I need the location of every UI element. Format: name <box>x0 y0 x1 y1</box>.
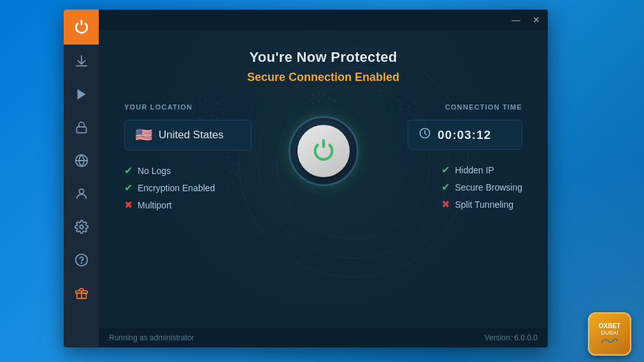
sidebar-item-user[interactable] <box>64 177 99 210</box>
svg-rect-31 <box>380 94 382 96</box>
location-box[interactable]: 🇺🇸 United States <box>124 120 252 150</box>
feature-encryption: ✔ Encryption Enabled <box>124 182 252 194</box>
sidebar-item-settings[interactable] <box>64 210 99 243</box>
svg-rect-32 <box>389 97 390 99</box>
sidebar-item-power[interactable] <box>64 10 99 45</box>
sidebar <box>64 10 99 347</box>
oxbet-line1: OXBET <box>599 322 620 329</box>
app-window: — ✕ <box>64 10 548 347</box>
svg-rect-11 <box>204 100 206 102</box>
connection-status: Secure Connection Enabled <box>247 71 399 84</box>
check-icon-hidden-ip: ✔ <box>441 164 450 176</box>
title-bar: — ✕ <box>99 10 548 30</box>
feature-hidden-ip: ✔ Hidden IP <box>441 164 522 176</box>
svg-rect-1 <box>76 127 86 133</box>
svg-rect-23 <box>312 94 314 96</box>
sidebar-item-play[interactable] <box>64 78 99 111</box>
status-right: Version: 6.0.0.0 <box>485 333 538 342</box>
svg-marker-0 <box>77 89 85 100</box>
cross-icon-split-tunneling: ✖ <box>441 198 450 210</box>
timer-icon <box>419 127 431 143</box>
svg-rect-24 <box>318 92 320 94</box>
power-ring[interactable] <box>289 116 359 186</box>
feature-label-secure-browsing: Secure Browsing <box>455 182 522 192</box>
status-left: Running as administrator <box>109 333 194 342</box>
features-left: ✔ No Logs ✔ Encryption Enabled ✖ Multipo… <box>124 164 252 211</box>
main-panel: — ✕ <box>99 10 548 347</box>
sidebar-item-ip[interactable] <box>64 144 99 177</box>
oxbet-app-icon[interactable]: OXBET DUBAI <box>588 312 631 356</box>
power-icon <box>311 138 336 164</box>
feature-label-encryption: Encryption Enabled <box>138 183 215 193</box>
feature-label-split-tunneling: Split Tunneling <box>455 199 513 210</box>
feature-label-no-logs: No Logs <box>138 166 171 176</box>
svg-rect-25 <box>324 94 326 96</box>
timer-label: CONNECTION TIME <box>445 103 522 111</box>
sidebar-item-gift[interactable] <box>64 277 99 310</box>
svg-point-4 <box>79 189 83 194</box>
feature-split-tunneling: ✖ Split Tunneling <box>441 198 522 210</box>
svg-rect-27 <box>318 100 320 102</box>
svg-rect-33 <box>397 100 399 102</box>
left-panel: YOUR LOCATION 🇺🇸 United States ✔ No Logs… <box>124 103 252 211</box>
content-area: You're Now Protected Secure Connection E… <box>99 30 548 328</box>
feature-multiport: ✖ Multiport <box>124 199 252 211</box>
sidebar-item-lock[interactable] <box>64 111 99 144</box>
svg-rect-26 <box>329 97 331 99</box>
protected-title: You're Now Protected <box>249 49 397 66</box>
timer-value: 00:03:12 <box>438 128 491 142</box>
check-icon-secure-browsing: ✔ <box>441 181 450 193</box>
location-name: United States <box>159 129 224 141</box>
cross-icon-multiport: ✖ <box>124 199 132 211</box>
svg-rect-30 <box>334 100 336 102</box>
svg-point-5 <box>80 225 83 229</box>
location-label: YOUR LOCATION <box>124 103 252 111</box>
check-icon-no-logs: ✔ <box>124 164 132 177</box>
power-center <box>289 116 359 186</box>
close-button[interactable]: ✕ <box>530 13 543 26</box>
sidebar-item-download[interactable] <box>64 45 99 78</box>
svg-rect-34 <box>405 97 407 99</box>
feature-no-logs: ✔ No Logs <box>124 164 252 177</box>
features-right: ✔ Hidden IP ✔ Secure Browsing ✖ Split Tu… <box>441 164 522 210</box>
feature-secure-browsing: ✔ Secure Browsing <box>441 181 522 193</box>
location-flag: 🇺🇸 <box>135 127 152 143</box>
minimize-button[interactable]: — <box>510 13 522 26</box>
feature-label-multiport: Multiport <box>138 200 172 210</box>
status-bar: Running as administrator Version: 6.0.0.… <box>99 328 548 347</box>
info-row: YOUR LOCATION 🇺🇸 United States ✔ No Logs… <box>124 103 522 211</box>
oxbet-logo-graphic <box>600 336 619 346</box>
right-panel: CONNECTION TIME 00:03:12 ✔ <box>395 103 522 210</box>
timer-box: 00:03:12 <box>408 120 522 150</box>
sidebar-item-help[interactable] <box>64 243 99 277</box>
feature-label-hidden-ip: Hidden IP <box>455 165 494 175</box>
power-button[interactable] <box>297 125 350 177</box>
check-icon-encryption: ✔ <box>124 182 132 194</box>
oxbet-line2: DUBAI <box>601 329 619 336</box>
